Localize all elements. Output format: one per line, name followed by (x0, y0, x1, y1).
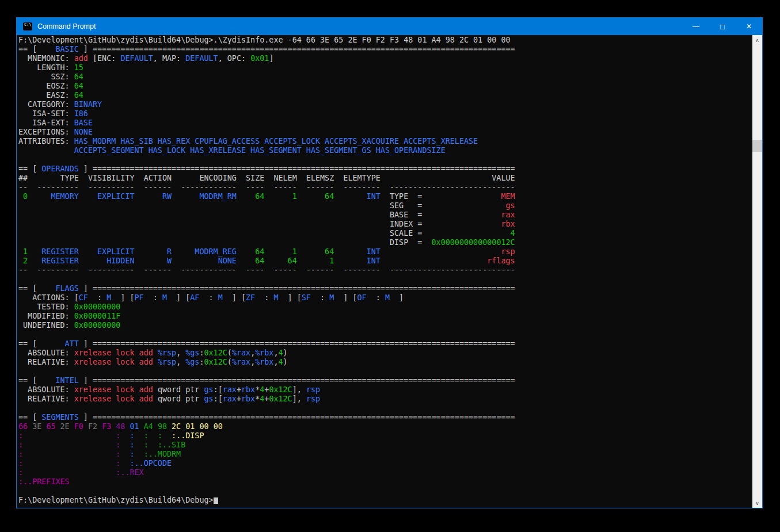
terminal-text: == [ (18, 376, 41, 385)
terminal-output[interactable]: F:\Development\GitHub\zydis\Build64\Debu… (17, 35, 752, 508)
scroll-up-icon[interactable]: ∧ (752, 35, 762, 45)
scroll-down-icon[interactable]: ∨ (752, 498, 762, 508)
scrollbar[interactable]: ∧ ∨ (752, 35, 762, 508)
terminal-line: EASZ: 64 (18, 91, 752, 100)
terminal-text: + (237, 395, 241, 403)
maximize-button[interactable]: □ (709, 18, 736, 35)
terminal-text (167, 422, 172, 431)
terminal-text (125, 422, 130, 431)
terminal-text: 00 (199, 422, 208, 431)
terminal-text: 2E (60, 422, 70, 431)
terminal-text: , (250, 349, 255, 357)
terminal-text: :..SIB (158, 441, 185, 449)
terminal-line: F:\Development\GitHub\zydis\Build64\Debu… (18, 36, 752, 45)
terminal-text: ] [ (111, 293, 134, 302)
terminal-text: ] (79, 284, 93, 293)
terminal-text: ACTIONS: [ (18, 293, 79, 302)
terminal-text: : (88, 293, 106, 302)
terminal-text: 65 (46, 422, 55, 431)
terminal-text: BASE (74, 118, 93, 127)
minimize-button[interactable]: — (683, 18, 709, 35)
terminal-text (381, 257, 487, 265)
terminal-text: 0x12C (204, 358, 227, 366)
terminal-line: :..PREFIXES (18, 477, 752, 487)
close-button[interactable]: ✕ (736, 18, 762, 35)
terminal-text (264, 247, 273, 256)
terminal-text: M (273, 293, 278, 302)
terminal-text: MODRM_RM (181, 192, 237, 201)
terminal-text (79, 247, 88, 256)
terminal-text: 0 (18, 192, 28, 201)
terminal-text: HAS_MODRM HAS_SIB HAS_REX CPUFLAG_ACCESS… (74, 137, 478, 146)
terminal-text: rsp (501, 247, 515, 256)
terminal-text: 64 (246, 192, 264, 201)
terminal-line: : : : :..MODRM (18, 450, 752, 459)
terminal-text: DEFAULT (185, 54, 218, 63)
terminal-text (264, 192, 273, 201)
terminal-text: NONE (74, 128, 93, 136)
terminal-text: SEG = (18, 201, 506, 210)
terminal-text (172, 192, 181, 201)
terminal-text (23, 459, 116, 468)
terminal-line: ACCEPTS_SEGMENT HAS_LOCK HAS_XRELEASE HA… (18, 146, 752, 155)
terminal-text: add (74, 54, 88, 63)
terminal-text (28, 247, 37, 256)
terminal-text: 0x0000011F (74, 312, 121, 320)
titlebar[interactable]: C:\ Command Prompt — □ ✕ (17, 18, 762, 35)
terminal-line: 66 3E 65 2E F0 F2 F3 48 01 A4 98 2C 01 0… (18, 422, 752, 431)
terminal-text: 0x01 (250, 54, 269, 63)
terminal-text: BINARY (74, 100, 102, 109)
terminal-line: SSZ: 64 (18, 72, 752, 82)
terminal-text (79, 257, 88, 265)
terminal-text (172, 257, 181, 265)
terminal-text: rax (223, 385, 237, 394)
terminal-text: MEMORY (37, 192, 79, 201)
cmd-icon[interactable]: C:\ (23, 22, 32, 30)
terminal-text: SSZ: (18, 72, 74, 81)
terminal-line: -- --------- ---------- ------ ---------… (18, 183, 752, 192)
terminal-line: : : : : : :..DISP (18, 431, 752, 441)
terminal-text: CATEGORY: (18, 100, 74, 109)
terminal-text: ISA-EXT: (18, 118, 74, 127)
terminal-text: , (176, 358, 185, 366)
terminal-line (18, 275, 752, 284)
scrollbar-thumb[interactable] (752, 140, 762, 152)
terminal-text (264, 257, 273, 265)
terminal-text: 98 (158, 422, 167, 431)
terminal-text: :..PREFIXES (18, 477, 70, 486)
terminal-text: , (250, 358, 255, 366)
terminal-line: MODIFIED: 0x0000011F (18, 312, 752, 321)
terminal-text: I86 (74, 109, 88, 118)
terminal-text: rbx (501, 220, 515, 228)
terminal-text: rbx (241, 395, 255, 403)
terminal-text: FLAGS (41, 284, 79, 293)
terminal-text: :..OPCODE (130, 459, 172, 468)
terminal-text (23, 450, 116, 458)
terminal-text: A4 (144, 422, 153, 431)
terminal-text: ATTRIBUTES: (18, 137, 74, 146)
terminal-text: M (162, 293, 167, 302)
terminal-text: ] [ (167, 293, 190, 302)
terminal-text: REGISTER (37, 257, 79, 265)
terminal-text (149, 431, 158, 440)
terminal-text: + (237, 385, 241, 394)
terminal-text: ABSOLUTE: (18, 385, 74, 394)
terminal-line: EOSZ: 64 (18, 82, 752, 91)
terminal-line: ## TYPE VISIBILITY ACTION ENCODING SIZE … (18, 174, 752, 183)
terminal-text: ) (283, 358, 288, 366)
terminal-text: %gs (185, 358, 199, 366)
terminal-text: 1 (273, 247, 296, 256)
terminal-text: ========================================… (93, 284, 515, 293)
terminal-text: LENGTH: (18, 63, 74, 72)
terminal-text: ] (79, 413, 93, 422)
terminal-text: OPERANDS (41, 164, 79, 173)
terminal-text: == [ (18, 45, 41, 53)
terminal-line (18, 404, 752, 413)
terminal-text: ] [ (279, 293, 302, 302)
terminal-text: : (130, 450, 135, 458)
terminal-text: 64 (74, 72, 83, 81)
terminal-text: rbx (241, 385, 255, 394)
terminal-text: ========================================… (93, 45, 515, 53)
terminal-text: xrelease lock add (74, 395, 158, 403)
terminal-text: ] (79, 376, 93, 385)
